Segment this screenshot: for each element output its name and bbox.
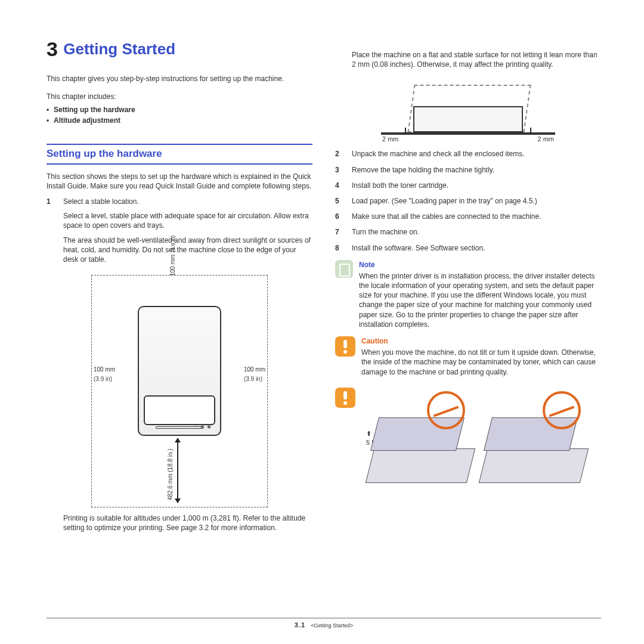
toc: •Setting up the hardware •Altitude adjus… bbox=[47, 105, 312, 125]
right-column: Place the machine on a flat and stable s… bbox=[335, 36, 601, 532]
dim-right: 100 mm(3.9 in) bbox=[244, 366, 265, 383]
step-8: 8 Install the software. See Software sec… bbox=[335, 243, 601, 253]
step-number: 1 bbox=[47, 197, 55, 264]
page-footer: 3.1 <Getting Started> bbox=[47, 618, 601, 630]
chapter-number: 3 bbox=[47, 36, 58, 63]
chapter-intro: This chapter gives you step-by-step inst… bbox=[47, 74, 312, 83]
caution-body: When you move the machine, do not tilt o… bbox=[361, 348, 601, 377]
section-title: Setting up the hardware bbox=[47, 145, 312, 163]
step-4: 4 Install both the toner cartridge. bbox=[335, 181, 601, 190]
chapter-heading: 3 Getting Started bbox=[47, 36, 312, 63]
step-para: Select a level, stable place with adequa… bbox=[63, 211, 312, 230]
prohibit-icon bbox=[427, 391, 465, 429]
dim-front: 482.6 mm (18.8 in.) bbox=[166, 448, 175, 500]
page-number: 3.1 bbox=[295, 621, 305, 628]
chapter-title: Getting Started bbox=[63, 39, 175, 60]
dim-top: 100 mm(3.9 in) bbox=[169, 236, 177, 276]
section-rule bbox=[47, 163, 312, 165]
move-figure: ⬆5 Kg (11 lbs) bbox=[335, 388, 601, 495]
step-7: 7 Turn the machine on. bbox=[335, 227, 601, 237]
lean-figure: 2 mm 2 mm bbox=[379, 78, 558, 143]
step-1-altitude: Printing is suitable for altitudes under… bbox=[47, 513, 312, 532]
step-title: Select a stable location. bbox=[63, 197, 312, 206]
step-1-cont: Place the machine on a flat and stable s… bbox=[335, 50, 601, 69]
section-intro: This section shows the steps to set up t… bbox=[47, 172, 312, 191]
left-column: 3 Getting Started This chapter gives you… bbox=[47, 36, 312, 532]
toc-item: •Altitude adjustment bbox=[47, 116, 312, 125]
includes-label: This chapter includes: bbox=[47, 92, 312, 101]
note-icon bbox=[335, 260, 353, 278]
step-2: 2 Unpack the machine and check all the e… bbox=[335, 149, 601, 159]
caution-icon bbox=[335, 388, 355, 408]
note-body: When the printer driver is in installati… bbox=[359, 271, 601, 329]
caution-icon bbox=[335, 336, 355, 357]
prohibit-icon bbox=[543, 391, 581, 429]
step-3: 3 Remove the tape holding the machine ti… bbox=[335, 165, 601, 175]
footer-chapter: <Getting Started> bbox=[311, 623, 353, 628]
dim-left: 100 mm(3.9 in) bbox=[94, 366, 115, 383]
lean-left: 2 mm bbox=[382, 135, 399, 144]
step-5: 5 Load paper. (See "Loading paper in the… bbox=[335, 196, 601, 206]
caution-title: Caution bbox=[361, 336, 601, 346]
step-para: The area should be well-ventilated and a… bbox=[63, 236, 312, 265]
toc-item: •Setting up the hardware bbox=[47, 105, 312, 114]
caution-block: Caution When you move the machine, do no… bbox=[335, 336, 601, 377]
note-block: Note When the printer driver is in insta… bbox=[335, 260, 601, 329]
note-title: Note bbox=[359, 260, 601, 270]
step-1: 1 Select a stable location. Select a lev… bbox=[47, 197, 312, 264]
clearance-figure: ⬚ ◉ ◉ 100 mm(3.9 in) 100 mm(3.9 in) 100 … bbox=[91, 275, 268, 507]
step-6: 6 Make sure that all the cables are conn… bbox=[335, 212, 601, 221]
lean-right: 2 mm bbox=[538, 135, 555, 144]
